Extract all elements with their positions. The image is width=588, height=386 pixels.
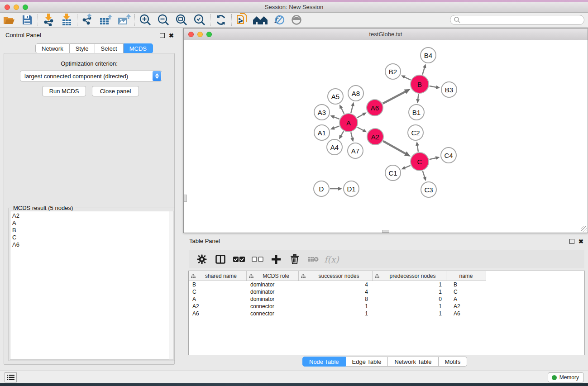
table-row[interactable]: A2connector11A2	[189, 303, 584, 310]
criterion-dropdown[interactable]: largest connected component (directed)	[20, 71, 162, 81]
zoom-fit-icon[interactable]	[172, 13, 191, 27]
import-table-icon[interactable]	[57, 13, 76, 27]
tab-edge-table[interactable]: Edge Table	[346, 357, 388, 367]
zoom-selected-icon[interactable]	[191, 13, 209, 27]
zoom-network-button[interactable]	[206, 32, 212, 37]
zoom-in-icon[interactable]	[136, 13, 154, 27]
zoom-window-button[interactable]	[23, 5, 28, 10]
node-table[interactable]: shared nameMCDS rolesuccessor nodesprede…	[188, 271, 585, 355]
search-input[interactable]	[461, 16, 584, 24]
refresh-layout-icon[interactable]	[212, 13, 230, 27]
graph-edge[interactable]	[357, 114, 363, 118]
mcds-result-scrollbar[interactable]	[169, 211, 174, 360]
graph-node-d1[interactable]: D1	[343, 181, 359, 197]
mcds-result-item[interactable]: A2	[12, 212, 169, 219]
table-row[interactable]: Cdominator41C	[189, 288, 584, 295]
graph-node-a6[interactable]: A6	[366, 99, 383, 116]
table-row[interactable]: A6connector11A6	[189, 310, 584, 317]
graph-node-c1[interactable]: C1	[385, 165, 401, 181]
graph-edge[interactable]	[422, 67, 425, 75]
close-table-panel-icon[interactable]: ✖	[578, 238, 583, 245]
graph-node-a4[interactable]: A4	[326, 139, 343, 155]
graph-node-a5[interactable]: A5	[327, 88, 344, 105]
graph-node-b1[interactable]: B1	[408, 104, 425, 120]
network-window-titlebar[interactable]: testGlobe.txt	[184, 29, 588, 40]
select-all-columns-icon[interactable]	[230, 252, 247, 267]
graph-node-c[interactable]: C	[410, 152, 429, 171]
mcds-result-item[interactable]: C	[12, 234, 169, 241]
toggle-graphics-details-icon[interactable]: f	[269, 13, 287, 27]
graph-edge[interactable]	[341, 131, 344, 136]
function-builder-icon[interactable]: f(x)	[323, 252, 340, 267]
show-columns-icon[interactable]	[212, 252, 229, 267]
mcds-result-item[interactable]: A	[12, 219, 169, 227]
clone-network-icon[interactable]	[233, 13, 251, 27]
import-network-icon[interactable]	[39, 13, 57, 27]
graph-node-c4[interactable]: C4	[440, 147, 457, 163]
mcds-result-item[interactable]: A6	[12, 241, 169, 248]
graph-edge[interactable]	[430, 86, 437, 87]
graph-edge[interactable]	[341, 108, 344, 114]
column-header-successor-nodes[interactable]: successor nodes	[299, 271, 373, 281]
zoom-out-icon[interactable]	[154, 13, 172, 27]
mcds-result-item[interactable]: B	[12, 227, 169, 234]
tab-motifs[interactable]: Motifs	[439, 357, 468, 367]
float-panel-icon[interactable]	[160, 33, 165, 38]
graph-edge[interactable]	[383, 141, 406, 154]
graph-node-a1[interactable]: A1	[314, 124, 330, 141]
show-hide-panel-icon[interactable]	[287, 13, 306, 27]
table-options-gear-icon[interactable]	[193, 252, 210, 267]
tab-node-table[interactable]: Node Table	[302, 357, 346, 367]
close-network-button[interactable]	[188, 32, 194, 37]
graph-node-b[interactable]: B	[410, 75, 429, 94]
task-history-button[interactable]	[5, 372, 17, 382]
graph-node-a3[interactable]: A3	[314, 104, 330, 120]
graph-edge[interactable]	[351, 132, 352, 138]
run-mcds-button[interactable]: Run MCDS	[42, 86, 86, 96]
graph-edge[interactable]	[334, 117, 339, 119]
graph-node-a8[interactable]: A8	[348, 85, 364, 101]
create-column-icon[interactable]	[268, 252, 284, 267]
column-header-shared-name[interactable]: shared name	[189, 271, 247, 281]
graph-node-d[interactable]: D	[313, 181, 330, 197]
graph-edge[interactable]	[423, 171, 425, 177]
graph-edge[interactable]	[351, 105, 353, 113]
graph-edge[interactable]	[334, 126, 339, 129]
close-panel-button[interactable]: Close panel	[92, 86, 139, 96]
graph-node-c3[interactable]: C3	[421, 181, 437, 198]
graph-node-b3[interactable]: B3	[441, 81, 457, 98]
memory-button[interactable]: Memory	[548, 372, 584, 382]
tab-style[interactable]: Style	[70, 43, 95, 53]
delete-table-icon[interactable]	[305, 252, 321, 267]
mcds-result-list[interactable]: A2ABCA6	[10, 211, 170, 360]
minimize-window-button[interactable]	[14, 5, 19, 10]
graph-node-a7[interactable]: A7	[347, 143, 363, 159]
birdseye-toggle-handle[interactable]	[382, 230, 389, 233]
graph-node-c2[interactable]: C2	[407, 124, 424, 141]
graph-node-b4[interactable]: B4	[420, 47, 436, 63]
table-row[interactable]: Adominator80A	[189, 295, 584, 303]
delete-columns-icon[interactable]	[286, 252, 303, 267]
save-session-icon[interactable]	[18, 13, 36, 27]
graph-node-a[interactable]: A	[339, 113, 358, 132]
network-canvas[interactable]: AA1A2A3A4A5A6A7A8BB1B2B3B4CC1C2C3C4DD1	[184, 40, 588, 233]
graph-node-b2[interactable]: B2	[385, 63, 401, 80]
column-header-predecessor-nodes[interactable]: predecessor nodes	[373, 271, 446, 281]
window-resize-grip[interactable]	[581, 226, 587, 232]
tab-network-table[interactable]: Network Table	[388, 357, 438, 367]
column-header-name[interactable]: name	[446, 271, 486, 281]
graph-edge[interactable]	[429, 158, 436, 159]
first-neighbors-icon[interactable]	[251, 13, 269, 27]
export-network-icon[interactable]	[79, 13, 97, 27]
unselect-all-columns-icon[interactable]	[249, 252, 266, 267]
tab-network[interactable]: Network	[35, 43, 70, 53]
column-header-MCDS-role[interactable]: MCDS role	[247, 271, 299, 281]
graph-edge[interactable]	[383, 91, 406, 103]
close-panel-icon[interactable]: ✖	[169, 32, 174, 39]
graph-edge[interactable]	[405, 166, 411, 168]
minimize-network-button[interactable]	[197, 32, 203, 37]
graph-edge[interactable]	[404, 77, 411, 80]
graph-edge[interactable]	[418, 94, 418, 100]
graph-node-a2[interactable]: A2	[367, 128, 384, 145]
graph-edge[interactable]	[417, 145, 418, 152]
